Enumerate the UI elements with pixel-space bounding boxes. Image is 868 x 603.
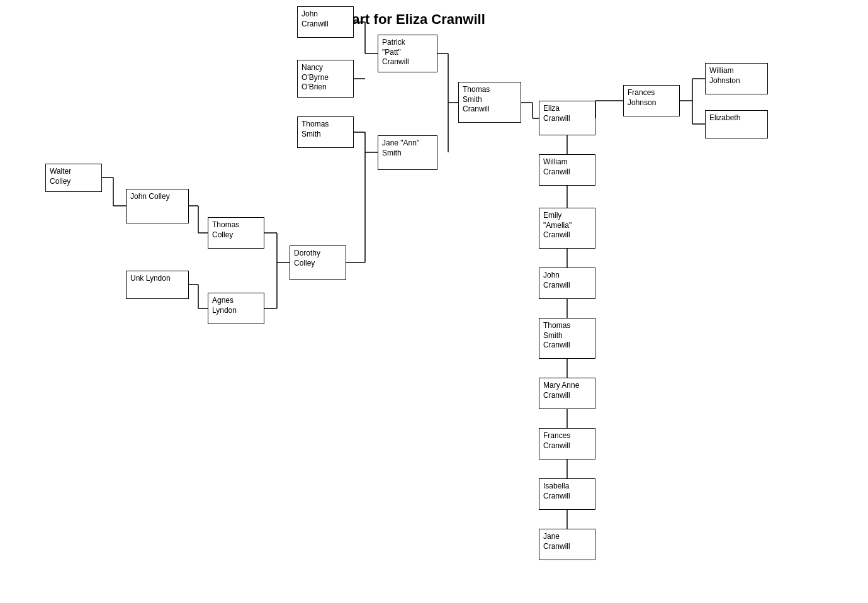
person-box-thomas_smith_cranwill2[interactable]: Thomas Smith Cranwill xyxy=(539,318,595,359)
person-box-agnes_lyndon[interactable]: Agnes Lyndon xyxy=(208,293,264,324)
person-box-john_cranwill_top[interactable]: John Cranwill xyxy=(297,6,354,38)
person-box-mary_anne_cranwill[interactable]: Mary Anne Cranwill xyxy=(539,378,595,409)
person-box-thomas_colley[interactable]: Thomas Colley xyxy=(208,217,264,249)
person-box-john_cranwill2[interactable]: John Cranwill xyxy=(539,268,595,299)
person-box-thomas_smith[interactable]: Thomas Smith xyxy=(297,116,354,148)
person-box-frances_johnson[interactable]: Frances Johnson xyxy=(623,85,680,116)
person-box-dorothy_colley[interactable]: Dorothy Colley xyxy=(290,245,346,280)
chart-container: Chart for Eliza Cranwill xyxy=(0,0,868,603)
person-box-william_johnston[interactable]: William Johnston xyxy=(705,63,768,94)
chart-title: Chart for Eliza Cranwill xyxy=(334,11,485,28)
person-box-patrick_cranwill[interactable]: Patrick "Patt" Cranwill xyxy=(378,35,437,72)
person-box-frances_cranwill[interactable]: Frances Cranwill xyxy=(539,428,595,459)
person-box-elizabeth[interactable]: Elizabeth xyxy=(705,110,768,138)
person-box-jane_cranwill[interactable]: Jane Cranwill xyxy=(539,529,595,560)
person-box-william_cranwill[interactable]: William Cranwill xyxy=(539,154,595,186)
person-box-isabella_cranwill[interactable]: Isabella Cranwill xyxy=(539,478,595,510)
person-box-jane_ann_smith[interactable]: Jane "Ann" Smith xyxy=(378,135,437,170)
person-box-eliza_cranwill[interactable]: Eliza Cranwill xyxy=(539,101,595,135)
person-box-unk_lyndon[interactable]: Unk Lyndon xyxy=(126,271,189,299)
person-box-walter_colley[interactable]: Walter Colley xyxy=(45,164,102,192)
person-box-emily_cranwill[interactable]: Emily "Amelia" Cranwill xyxy=(539,208,595,249)
person-box-thomas_smith_cranwill[interactable]: Thomas Smith Cranwill xyxy=(458,82,521,123)
person-box-john_colley[interactable]: John Colley xyxy=(126,189,189,223)
person-box-nancy_obyrne[interactable]: Nancy O'Byrne O'Brien xyxy=(297,60,354,98)
